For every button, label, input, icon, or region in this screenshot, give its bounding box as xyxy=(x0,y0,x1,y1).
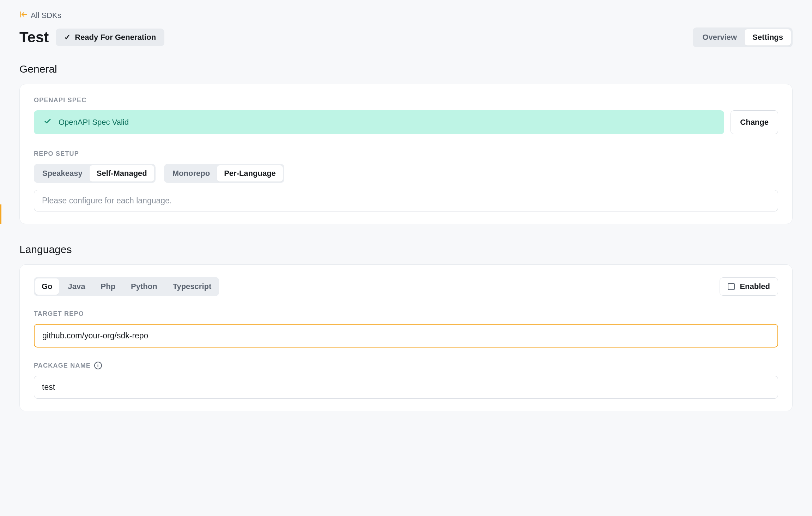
management-speakeasy[interactable]: Speakeasy xyxy=(35,165,90,182)
target-repo-label: TARGET REPO xyxy=(34,310,778,318)
package-name-input[interactable] xyxy=(34,376,778,399)
repo-setup-label: REPO SETUP xyxy=(34,150,778,158)
info-icon[interactable]: i xyxy=(94,362,102,369)
status-text: Ready For Generation xyxy=(75,33,156,42)
check-icon: ✓ xyxy=(64,33,71,42)
tab-settings[interactable]: Settings xyxy=(745,29,791,45)
package-name-label-text: PACKAGE NAME xyxy=(34,362,91,369)
package-name-label: PACKAGE NAME i xyxy=(34,362,778,369)
checkbox-icon xyxy=(728,283,735,290)
structure-monorepo[interactable]: Monorepo xyxy=(165,165,217,182)
view-tabs: Overview Settings xyxy=(693,27,793,47)
tab-overview[interactable]: Overview xyxy=(695,29,745,45)
lang-tab-java[interactable]: Java xyxy=(62,278,92,295)
sidebar-marker xyxy=(0,204,1,224)
lang-tab-python[interactable]: Python xyxy=(125,278,164,295)
enabled-button[interactable]: Enabled xyxy=(720,277,778,296)
management-self-managed[interactable]: Self-Managed xyxy=(90,165,154,182)
breadcrumb: All SDKs xyxy=(19,11,793,20)
language-tabs: Go Java Php Python Typescript xyxy=(34,277,219,296)
lang-tab-typescript[interactable]: Typescript xyxy=(166,278,218,295)
openapi-spec-label: OPENAPI SPEC xyxy=(34,97,778,104)
repo-setup-note: Please configure for each language. xyxy=(34,190,778,211)
lang-tab-go[interactable]: Go xyxy=(35,278,59,295)
page-header: Test ✓ Ready For Generation Overview Set… xyxy=(19,27,793,47)
section-title-languages: Languages xyxy=(19,244,793,256)
page-title: Test xyxy=(19,29,49,46)
enabled-label: Enabled xyxy=(740,282,770,291)
structure-toggle: Monorepo Per-Language xyxy=(164,164,284,183)
management-toggle: Speakeasy Self-Managed xyxy=(34,164,156,183)
breadcrumb-link-all-sdks[interactable]: All SDKs xyxy=(31,11,61,20)
status-badge: ✓ Ready For Generation xyxy=(56,29,164,46)
check-icon xyxy=(44,117,51,127)
section-title-general: General xyxy=(19,63,793,75)
target-repo-input[interactable] xyxy=(34,324,778,348)
lang-tab-php[interactable]: Php xyxy=(95,278,122,295)
back-arrow-icon[interactable] xyxy=(19,11,27,20)
change-button[interactable]: Change xyxy=(731,110,778,134)
openapi-valid-banner: OpenAPI Spec Valid xyxy=(34,110,724,134)
languages-card: Go Java Php Python Typescript Enabled TA… xyxy=(19,264,793,411)
openapi-status-text: OpenAPI Spec Valid xyxy=(59,118,129,127)
general-card: OPENAPI SPEC OpenAPI Spec Valid Change R… xyxy=(19,84,793,224)
structure-per-language[interactable]: Per-Language xyxy=(217,165,283,182)
